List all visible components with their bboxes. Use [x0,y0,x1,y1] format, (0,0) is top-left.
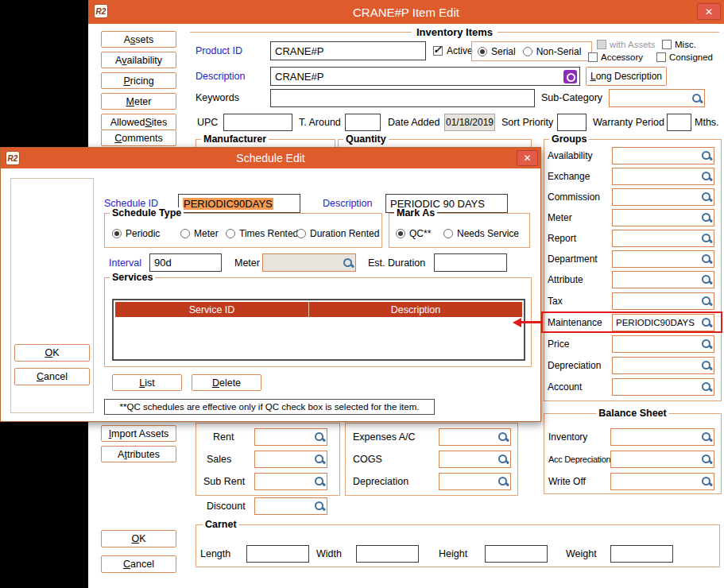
cogs-input[interactable] [439,451,511,468]
search-icon[interactable] [498,476,509,487]
schedule-edit-titlebar[interactable]: R2 Schedule Edit ✕ [1,148,540,168]
discount-account-input[interactable] [254,497,327,515]
search-icon[interactable] [701,431,712,443]
search-icon[interactable] [701,296,712,307]
times-rented-radio[interactable]: Times Rented [226,228,298,239]
close-icon[interactable]: ✕ [697,3,721,20]
search-icon[interactable] [314,431,325,443]
active-checkbox[interactable]: Active [433,45,473,56]
search-icon[interactable] [701,338,712,350]
search-icon[interactable] [314,501,325,512]
group-report-input[interactable] [612,230,714,247]
non-serial-radio[interactable]: Non-Serial [523,46,582,57]
search-icon[interactable] [701,150,712,161]
search-icon[interactable] [701,212,712,223]
search-icon[interactable] [701,476,712,487]
group-account-label: Account [548,381,582,393]
needs-service-radio[interactable]: Needs Service [443,228,519,239]
search-icon[interactable] [701,454,712,465]
search-icon[interactable] [314,476,325,487]
search-icon[interactable] [691,93,703,104]
sidebar-meter-button[interactable]: Meter [101,93,176,110]
qc-radio[interactable]: QC** [396,228,431,239]
periodic-radio[interactable]: Periodic [112,228,160,239]
delete-button[interactable]: Delete [192,374,261,391]
months-suffix-label: Mths. [695,117,719,128]
group-tax-input[interactable] [612,292,714,310]
group-exchange-input[interactable] [612,168,714,185]
cancel-button[interactable]: Cancel [101,555,176,573]
duration-rented-radio[interactable]: Duration Rented [296,228,379,239]
sub-category-input[interactable] [609,89,705,107]
inventory-items-legend: Inventory Items [190,26,719,38]
warranty-period-input[interactable] [667,114,691,131]
search-icon[interactable] [701,191,712,203]
services-table-body[interactable] [115,317,522,358]
quantity-legend: Quantity [343,133,389,145]
search-icon[interactable] [498,454,509,465]
inventory-account-input[interactable] [610,428,714,446]
product-id-label: Product ID [196,45,242,56]
sidebar-comments-button[interactable]: Comments [101,130,176,146]
rent-account-input[interactable] [254,428,327,446]
description-editor-icon[interactable] [563,70,577,83]
expenses-ac-input[interactable] [439,428,511,446]
sort-priority-input[interactable] [557,114,587,131]
sidebar-assets-button[interactable]: Assets [101,31,176,48]
checkbox-icon [588,52,598,62]
depreciation-account-input[interactable] [439,473,511,490]
serial-radio[interactable]: Serial [478,46,516,57]
weight-input[interactable] [610,545,673,563]
group-meter-input[interactable] [612,209,714,226]
dialog-ok-button[interactable]: OK [14,344,90,362]
search-icon[interactable] [701,274,712,285]
sales-account-input[interactable] [254,451,327,468]
group-depreciation-input[interactable] [612,357,714,374]
schedule-id-input[interactable]: PERIODIC90DAYS [178,194,300,213]
search-icon[interactable] [498,431,509,443]
sub-rent-account-input[interactable] [254,473,327,490]
meter-type-radio[interactable]: Meter [180,228,219,239]
product-id-input[interactable]: CRANE#P [270,41,426,60]
search-icon[interactable] [701,360,712,371]
group-account-input[interactable] [612,378,714,396]
length-input[interactable] [246,545,309,563]
sidebar-availability-button[interactable]: Availability [101,52,176,68]
write-off-input[interactable] [610,473,714,490]
upc-input[interactable] [223,114,292,131]
group-availability-input[interactable] [612,147,714,164]
sidebar-import-assets-button[interactable]: Import Assets [101,425,176,442]
item-edit-titlebar[interactable]: R2 CRANE#P Item Edit ✕ [88,0,724,24]
sidebar-pricing-button[interactable]: Pricing [101,72,176,89]
turnaround-input[interactable] [345,114,381,131]
interval-input[interactable]: 90d [149,253,222,272]
group-attribute-input[interactable] [612,271,714,288]
search-icon[interactable] [701,171,712,182]
group-commission-input[interactable] [612,188,714,206]
dialog-cancel-button[interactable]: Cancel [14,368,90,385]
sidebar-allowed-sites-button[interactable]: Allowed Sites [101,114,176,130]
width-input[interactable] [356,545,419,563]
misc-checkbox[interactable]: Misc. [662,40,696,49]
est-duration-input[interactable] [434,253,507,272]
close-icon[interactable]: ✕ [517,150,538,166]
height-input[interactable] [485,545,548,563]
search-icon[interactable] [701,233,712,244]
consigned-checkbox[interactable]: Consigned [656,52,713,62]
accessory-checkbox[interactable]: Accessory [588,52,643,62]
acc-depreciation-input[interactable] [610,451,714,468]
search-icon[interactable] [701,253,712,265]
expenses-ac-label: Expenses A/C [353,431,416,443]
list-button[interactable]: List [112,374,182,391]
group-department-input[interactable] [612,250,714,268]
keywords-input[interactable] [270,89,535,107]
group-price-input[interactable] [612,335,714,353]
search-icon[interactable] [314,454,325,465]
search-icon[interactable] [701,381,712,393]
sidebar-attributes-button[interactable]: Attributes [101,446,176,462]
long-description-button[interactable]: Long Description [586,67,667,86]
warranty-period-label: Warranty Period [593,117,664,128]
ok-button[interactable]: OK [101,530,176,547]
description-input[interactable]: CRANE#P [270,67,580,86]
mark-as-legend: Mark As [394,207,437,219]
